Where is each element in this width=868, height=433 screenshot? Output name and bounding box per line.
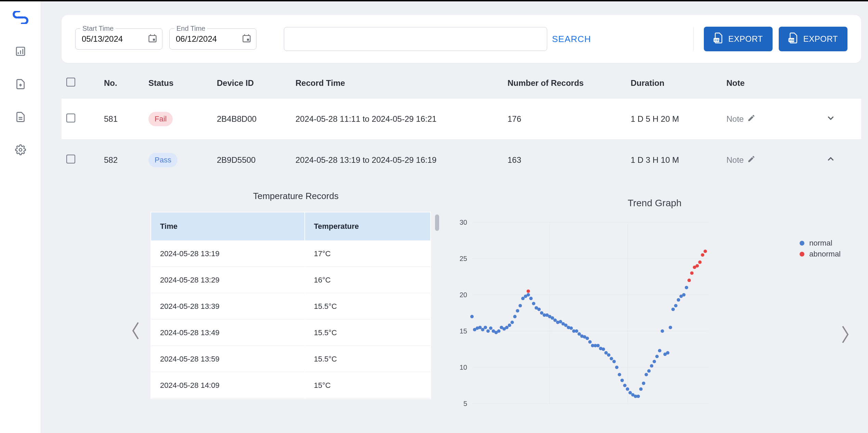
svg-point-57 — [559, 320, 562, 323]
cell-record-time: 2024-05-28 13:19 to 2024-05-29 16:19 — [295, 155, 508, 165]
col-duration: Duration — [631, 78, 726, 88]
svg-point-104 — [685, 286, 688, 289]
svg-point-39 — [511, 321, 514, 324]
svg-point-99 — [671, 307, 675, 311]
svg-point-68 — [588, 340, 592, 344]
svg-rect-5 — [247, 39, 249, 41]
export-pdf-label: EXPORT — [803, 34, 838, 44]
export-csv-button[interactable]: CSV EXPORT — [704, 27, 773, 51]
svg-point-71 — [596, 344, 600, 347]
records-row: 2024-05-28 14:0915°C — [151, 373, 430, 398]
collapse-row-icon[interactable] — [826, 154, 836, 166]
svg-point-107 — [690, 271, 694, 275]
search-input[interactable] — [284, 27, 547, 51]
svg-point-76 — [610, 357, 613, 360]
svg-point-38 — [508, 324, 511, 327]
main-content: Start Time 05/13/2024 End Time 06/12/202… — [41, 1, 868, 433]
svg-point-112 — [703, 250, 707, 253]
edit-note-icon[interactable] — [747, 155, 755, 165]
pdf-icon: PDF — [788, 32, 799, 46]
svg-rect-4 — [243, 36, 250, 42]
cell-duration: 1 D 3 H 10 M — [631, 155, 726, 165]
svg-point-97 — [666, 351, 669, 355]
edit-note-icon[interactable] — [747, 114, 755, 124]
select-all-checkbox[interactable] — [66, 78, 75, 87]
prev-page-icon[interactable] — [130, 320, 144, 342]
table-row: 581 Fail 2B4B8D00 2024-05-28 11:11 to 20… — [62, 99, 861, 140]
filter-bar: Start Time 05/13/2024 End Time 06/12/202… — [62, 15, 861, 63]
svg-point-109 — [696, 264, 699, 267]
records-scroll-area[interactable]: Time Temperature 2024-05-28 13:1917°C202… — [150, 212, 441, 399]
export-pdf-button[interactable]: PDF EXPORT — [779, 27, 847, 51]
calendar-icon[interactable] — [148, 34, 157, 44]
expand-row-icon[interactable] — [826, 113, 836, 125]
start-time-value: 05/13/2024 — [82, 34, 123, 43]
records-cell-temp: 15.5°C — [305, 294, 430, 319]
start-time-input[interactable]: Start Time 05/13/2024 — [75, 28, 162, 50]
records-cell-time: 2024-05-28 13:49 — [151, 320, 304, 346]
trend-chart: Trend Graph 51015202530 normal abnormal — [448, 191, 861, 410]
row-checkbox[interactable] — [66, 114, 75, 122]
search-button[interactable]: SEARCH — [552, 34, 591, 44]
records-cell-temp: 16°C — [305, 267, 430, 293]
col-device: Device ID — [217, 78, 295, 88]
records-col-time: Time — [151, 212, 304, 240]
svg-point-40 — [513, 315, 516, 318]
col-status: Status — [148, 78, 217, 88]
records-title: Temperature Records — [150, 191, 441, 201]
col-note: Note — [726, 78, 812, 88]
legend-dot-abnormal — [800, 252, 804, 257]
svg-text:25: 25 — [460, 255, 467, 262]
table-row: 582 Pass 2B9D5500 2024-05-28 13:19 to 20… — [62, 140, 861, 181]
chart-legend: normal abnormal — [800, 239, 841, 261]
col-no: No. — [104, 78, 148, 88]
svg-point-81 — [623, 384, 627, 387]
svg-point-83 — [629, 391, 632, 394]
scrollbar-thumb[interactable] — [435, 214, 439, 231]
start-time-label: Start Time — [80, 25, 116, 32]
records-cell-time: 2024-05-28 14:09 — [151, 373, 304, 398]
svg-text:5: 5 — [463, 400, 467, 407]
svg-point-64 — [578, 332, 581, 336]
cell-device: 2B4B8D00 — [217, 114, 295, 124]
row-checkbox[interactable] — [66, 155, 75, 163]
svg-point-37 — [505, 326, 509, 329]
svg-point-30 — [486, 329, 490, 333]
cell-no: 581 — [104, 114, 148, 124]
end-time-input[interactable]: End Time 06/12/2024 — [169, 28, 257, 50]
svg-point-103 — [682, 293, 685, 297]
records-row: 2024-05-28 13:4915.5°C — [151, 320, 430, 346]
next-page-icon[interactable] — [839, 324, 851, 346]
nav-dashboard-icon[interactable] — [15, 46, 26, 58]
records-cell-time: 2024-05-28 13:59 — [151, 346, 304, 372]
svg-point-93 — [655, 355, 659, 358]
calendar-icon[interactable] — [242, 34, 251, 44]
app-logo — [12, 11, 29, 25]
records-row: 2024-05-28 13:2916°C — [151, 267, 430, 293]
sidebar — [0, 1, 41, 433]
svg-point-88 — [642, 382, 645, 385]
svg-point-27 — [478, 326, 482, 329]
svg-point-67 — [586, 337, 589, 340]
nav-add-doc-icon[interactable] — [15, 79, 26, 91]
nav-document-icon[interactable] — [15, 111, 26, 124]
svg-point-54 — [551, 316, 554, 320]
svg-point-78 — [615, 366, 618, 369]
records-cell-time: 2024-05-28 13:39 — [151, 294, 304, 319]
nav-settings-icon[interactable] — [15, 144, 26, 157]
svg-point-92 — [653, 360, 656, 363]
svg-point-59 — [564, 324, 567, 327]
svg-point-74 — [604, 351, 608, 355]
svg-text:15: 15 — [460, 327, 467, 335]
svg-text:CSV: CSV — [714, 39, 720, 42]
svg-point-105 — [527, 289, 530, 293]
svg-point-89 — [645, 373, 648, 376]
cell-note: Note — [726, 114, 744, 124]
cell-note: Note — [726, 155, 744, 165]
svg-point-46 — [529, 297, 533, 300]
cell-duration: 1 D 5 H 20 M — [631, 114, 726, 124]
svg-rect-3 — [153, 39, 155, 41]
table-header-row: No. Status Device ID Record Time Number … — [62, 68, 861, 99]
svg-point-50 — [540, 311, 543, 315]
cell-no: 582 — [104, 155, 148, 165]
